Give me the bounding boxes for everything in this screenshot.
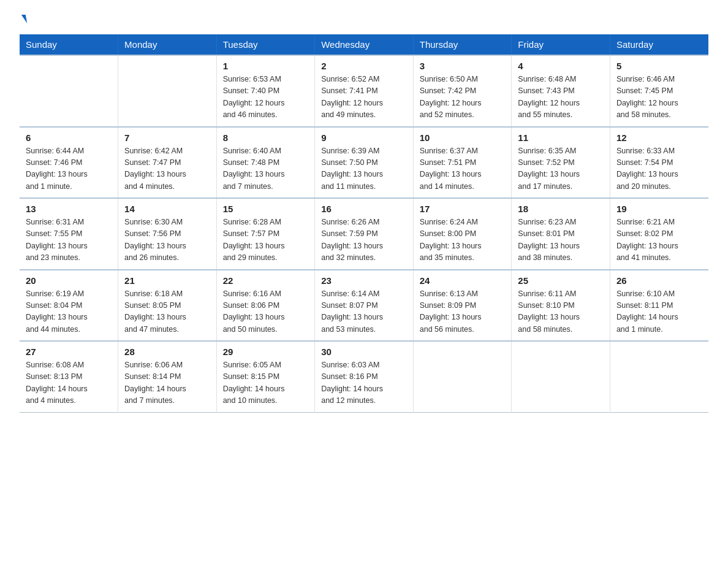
day-info: Sunrise: 6:42 AMSunset: 7:47 PMDaylight:… (124, 145, 210, 193)
calendar-cell: 18Sunrise: 6:23 AMSunset: 8:01 PMDayligh… (512, 198, 610, 270)
header-friday: Friday (512, 34, 610, 55)
day-info: Sunrise: 6:46 AMSunset: 7:45 PMDaylight:… (616, 74, 702, 121)
calendar-cell: 24Sunrise: 6:13 AMSunset: 8:09 PMDayligh… (413, 270, 512, 342)
calendar-cell: 26Sunrise: 6:10 AMSunset: 8:11 PMDayligh… (610, 270, 708, 342)
day-number: 12 (616, 132, 702, 143)
day-number: 23 (321, 275, 407, 286)
calendar-cell: 8Sunrise: 6:40 AMSunset: 7:48 PMDaylight… (216, 127, 315, 199)
day-info: Sunrise: 6:13 AMSunset: 8:09 PMDaylight:… (420, 288, 506, 336)
day-info: Sunrise: 6:44 AMSunset: 7:46 PMDaylight:… (26, 145, 112, 193)
day-number: 18 (518, 204, 604, 214)
day-number: 30 (321, 347, 407, 357)
day-number: 20 (26, 275, 112, 286)
day-number: 8 (223, 132, 309, 143)
day-number: 2 (321, 61, 407, 71)
header-tuesday: Tuesday (216, 34, 315, 55)
calendar-cell: 11Sunrise: 6:35 AMSunset: 7:52 PMDayligh… (512, 127, 610, 199)
calendar-cell: 27Sunrise: 6:08 AMSunset: 8:13 PMDayligh… (20, 341, 118, 412)
logo-arrow-icon (21, 15, 27, 23)
day-number: 28 (124, 347, 210, 357)
calendar-cell: 30Sunrise: 6:03 AMSunset: 8:16 PMDayligh… (315, 341, 414, 412)
day-info: Sunrise: 6:16 AMSunset: 8:06 PMDaylight:… (223, 288, 309, 336)
day-info: Sunrise: 6:18 AMSunset: 8:05 PMDaylight:… (124, 288, 210, 336)
day-info: Sunrise: 6:37 AMSunset: 7:51 PMDaylight:… (420, 145, 506, 193)
day-number: 16 (321, 204, 407, 214)
day-number: 22 (223, 275, 309, 286)
calendar-cell (413, 341, 512, 412)
day-info: Sunrise: 6:52 AMSunset: 7:41 PMDaylight:… (321, 74, 407, 121)
week-row-5: 27Sunrise: 6:08 AMSunset: 8:13 PMDayligh… (20, 341, 708, 412)
day-number: 4 (518, 61, 604, 71)
day-info: Sunrise: 6:30 AMSunset: 7:56 PMDaylight:… (124, 216, 210, 264)
day-number: 5 (616, 61, 702, 71)
calendar-cell (118, 55, 217, 127)
calendar-cell: 14Sunrise: 6:30 AMSunset: 7:56 PMDayligh… (118, 198, 217, 270)
logo (20, 15, 26, 23)
day-number: 21 (124, 275, 210, 286)
calendar-cell: 25Sunrise: 6:11 AMSunset: 8:10 PMDayligh… (512, 270, 610, 342)
week-row-1: 1Sunrise: 6:53 AMSunset: 7:40 PMDaylight… (20, 55, 708, 127)
calendar-cell: 9Sunrise: 6:39 AMSunset: 7:50 PMDaylight… (315, 127, 414, 199)
day-info: Sunrise: 6:08 AMSunset: 8:13 PMDaylight:… (26, 359, 112, 407)
day-info: Sunrise: 6:10 AMSunset: 8:11 PMDaylight:… (616, 288, 702, 336)
calendar-cell: 2Sunrise: 6:52 AMSunset: 7:41 PMDaylight… (315, 55, 414, 127)
day-info: Sunrise: 6:50 AMSunset: 7:42 PMDaylight:… (420, 74, 506, 121)
day-number: 24 (420, 275, 506, 286)
day-info: Sunrise: 6:39 AMSunset: 7:50 PMDaylight:… (321, 145, 407, 193)
day-number: 14 (124, 204, 210, 214)
calendar-header-row: SundayMondayTuesdayWednesdayThursdayFrid… (20, 34, 708, 55)
calendar-cell: 19Sunrise: 6:21 AMSunset: 8:02 PMDayligh… (610, 198, 708, 270)
day-number: 13 (26, 204, 112, 214)
calendar-table: SundayMondayTuesdayWednesdayThursdayFrid… (20, 34, 708, 413)
page-header (20, 15, 708, 23)
day-number: 27 (26, 347, 112, 357)
calendar-cell: 4Sunrise: 6:48 AMSunset: 7:43 PMDaylight… (512, 55, 610, 127)
day-info: Sunrise: 6:40 AMSunset: 7:48 PMDaylight:… (223, 145, 309, 193)
day-number: 15 (223, 204, 309, 214)
day-number: 29 (223, 347, 309, 357)
day-info: Sunrise: 6:31 AMSunset: 7:55 PMDaylight:… (26, 216, 112, 264)
day-number: 1 (223, 61, 309, 71)
day-number: 6 (26, 132, 112, 143)
header-monday: Monday (118, 34, 217, 55)
header-wednesday: Wednesday (315, 34, 414, 55)
day-number: 11 (518, 132, 604, 143)
day-info: Sunrise: 6:06 AMSunset: 8:14 PMDaylight:… (124, 359, 210, 407)
calendar-cell: 10Sunrise: 6:37 AMSunset: 7:51 PMDayligh… (413, 127, 512, 199)
calendar-cell: 5Sunrise: 6:46 AMSunset: 7:45 PMDaylight… (610, 55, 708, 127)
calendar-cell: 17Sunrise: 6:24 AMSunset: 8:00 PMDayligh… (413, 198, 512, 270)
day-info: Sunrise: 6:33 AMSunset: 7:54 PMDaylight:… (616, 145, 702, 193)
header-thursday: Thursday (413, 34, 512, 55)
calendar-cell: 16Sunrise: 6:26 AMSunset: 7:59 PMDayligh… (315, 198, 414, 270)
calendar-cell: 28Sunrise: 6:06 AMSunset: 8:14 PMDayligh… (118, 341, 217, 412)
day-info: Sunrise: 6:11 AMSunset: 8:10 PMDaylight:… (518, 288, 604, 336)
day-info: Sunrise: 6:03 AMSunset: 8:16 PMDaylight:… (321, 359, 407, 407)
calendar-cell: 23Sunrise: 6:14 AMSunset: 8:07 PMDayligh… (315, 270, 414, 342)
week-row-2: 6Sunrise: 6:44 AMSunset: 7:46 PMDaylight… (20, 127, 708, 199)
day-number: 10 (420, 132, 506, 143)
calendar-cell (512, 341, 610, 412)
day-number: 25 (518, 275, 604, 286)
day-info: Sunrise: 6:26 AMSunset: 7:59 PMDaylight:… (321, 216, 407, 264)
day-number: 7 (124, 132, 210, 143)
header-sunday: Sunday (20, 34, 118, 55)
calendar-cell: 1Sunrise: 6:53 AMSunset: 7:40 PMDaylight… (216, 55, 315, 127)
day-info: Sunrise: 6:14 AMSunset: 8:07 PMDaylight:… (321, 288, 407, 336)
calendar-cell: 29Sunrise: 6:05 AMSunset: 8:15 PMDayligh… (216, 341, 315, 412)
day-info: Sunrise: 6:28 AMSunset: 7:57 PMDaylight:… (223, 216, 309, 264)
calendar-cell: 21Sunrise: 6:18 AMSunset: 8:05 PMDayligh… (118, 270, 217, 342)
calendar-cell: 22Sunrise: 6:16 AMSunset: 8:06 PMDayligh… (216, 270, 315, 342)
week-row-4: 20Sunrise: 6:19 AMSunset: 8:04 PMDayligh… (20, 270, 708, 342)
calendar-cell: 12Sunrise: 6:33 AMSunset: 7:54 PMDayligh… (610, 127, 708, 199)
header-saturday: Saturday (610, 34, 708, 55)
calendar-cell: 15Sunrise: 6:28 AMSunset: 7:57 PMDayligh… (216, 198, 315, 270)
day-info: Sunrise: 6:05 AMSunset: 8:15 PMDaylight:… (223, 359, 309, 407)
day-info: Sunrise: 6:19 AMSunset: 8:04 PMDaylight:… (26, 288, 112, 336)
week-row-3: 13Sunrise: 6:31 AMSunset: 7:55 PMDayligh… (20, 198, 708, 270)
calendar-cell: 13Sunrise: 6:31 AMSunset: 7:55 PMDayligh… (20, 198, 118, 270)
calendar-cell: 7Sunrise: 6:42 AMSunset: 7:47 PMDaylight… (118, 127, 217, 199)
day-info: Sunrise: 6:24 AMSunset: 8:00 PMDaylight:… (420, 216, 506, 264)
day-info: Sunrise: 6:23 AMSunset: 8:01 PMDaylight:… (518, 216, 604, 264)
calendar-cell (610, 341, 708, 412)
calendar-cell: 6Sunrise: 6:44 AMSunset: 7:46 PMDaylight… (20, 127, 118, 199)
